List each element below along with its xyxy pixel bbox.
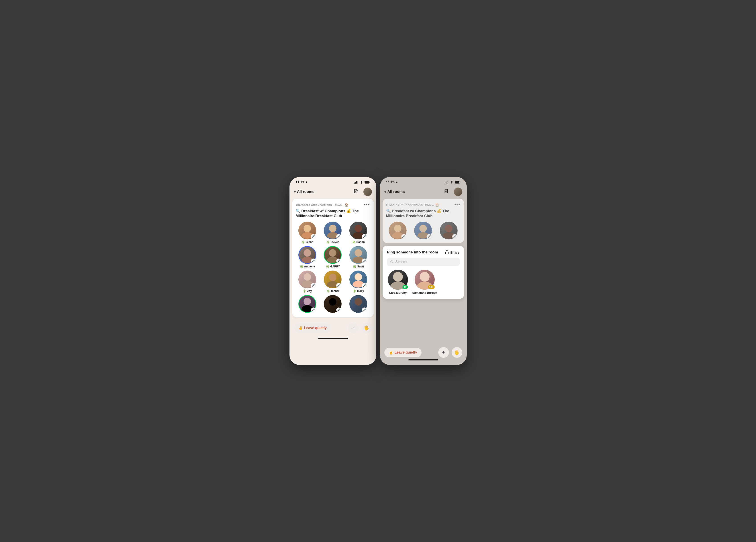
speaker-joy-name: ✳️ Joy [303, 289, 312, 293]
right-room-card: BREAKFAST WITH CHAMPIONS - MILLI... 🏠 ••… [383, 199, 464, 243]
speaker-joy-avatar-wrap: 🎤 [298, 271, 316, 288]
svg-rect-9 [446, 182, 446, 184]
speaker-glenn[interactable]: 🎤 ✳️ Glenn [296, 222, 319, 244]
speaker-name-text: Anthony [304, 265, 315, 268]
room-tag-left: BREAKFAST WITH CHAMPIONS - MILLI... 🏠 [296, 203, 348, 207]
contact-samantha[interactable]: 11h Samantha Burgett [412, 270, 437, 294]
ping-search-bar[interactable]: Search [387, 258, 460, 266]
share-button[interactable]: Share [445, 250, 460, 255]
room-tag: BREAKFAST WITH CHAMPIONS - MILLI... 🏠 ••… [386, 202, 461, 207]
speaker-darian-name: ✳️ Darian [352, 240, 365, 244]
speaker-name-text: Glenn [306, 241, 313, 244]
leave-emoji: ✌️ [298, 326, 303, 330]
speaker-scott-name: ✳️ Scott [353, 265, 364, 268]
new-badge-icon: ✳️ [352, 240, 356, 244]
speaker-right-3: 🎤 [437, 222, 461, 240]
signal-icon [354, 181, 358, 184]
speaker-name-text: Darian [356, 241, 365, 244]
right-header-icons [442, 188, 462, 196]
svg-rect-3 [357, 181, 358, 184]
svg-rect-6 [365, 181, 369, 183]
location-icon [395, 181, 398, 184]
mic-off-icon: 🎤 [452, 234, 457, 239]
right-time: 11:23 [386, 180, 398, 184]
svg-rect-2 [356, 181, 357, 184]
left-all-rooms[interactable]: ▾ All rooms [294, 190, 314, 194]
hand-raise-button-right[interactable]: 🖐 [452, 347, 462, 358]
speaker-molly-name: ✳️ Molly [353, 289, 364, 293]
contact-kara-name: Kara Murphy [389, 291, 407, 294]
contact-kara-avatar-wrap: 1h [388, 270, 408, 290]
left-header: ▾ All rooms [289, 186, 376, 199]
more-options-button[interactable]: ••• [364, 202, 370, 207]
speaker-darian[interactable]: 🎤 ✳️ Darian [347, 222, 370, 244]
speaker-glenn-avatar-wrap: 🎤 [298, 222, 316, 240]
speaker-extra3[interactable]: 🎤 [347, 295, 370, 314]
wifi-icon [450, 181, 454, 184]
svg-rect-10 [447, 181, 447, 184]
leave-quietly-button[interactable]: ✌️ Leave quietly [294, 323, 331, 333]
user-avatar[interactable] [363, 188, 372, 196]
mic-off-icon: 🎤 [311, 307, 316, 312]
right-all-rooms[interactable]: ▾ All rooms [384, 190, 405, 194]
left-header-icons [352, 188, 372, 196]
mic-off-icon: 🎤 [362, 307, 367, 312]
speaker-name-text: Scott [357, 265, 364, 268]
plus-icon: + [352, 325, 355, 331]
room-tag-text: BREAKFAST WITH CHAMPIONS - MILLI... [386, 204, 434, 206]
new-room-button[interactable] [352, 188, 360, 196]
new-badge-icon: ✳️ [303, 289, 306, 293]
chevron-down-icon: ▾ [384, 190, 386, 194]
new-room-button[interactable] [442, 188, 451, 196]
speaker-tanner-name: ✳️ Tanner [326, 289, 339, 293]
mic-off-icon: 🎤 [362, 259, 367, 264]
time-text: 11:23 [296, 180, 304, 184]
right-header: ▾ All rooms [380, 186, 467, 199]
contacts-grid: 1h Kara Murphy 11h Samantha Burgett [387, 270, 460, 294]
left-phone-screen: 11:23 [289, 177, 376, 365]
speaker-extra2[interactable]: 🎤 [321, 295, 344, 314]
speaker-tanner[interactable]: 🎤 ✳️ Tanner [321, 271, 344, 293]
mic-off-icon: 🎤 [427, 234, 432, 239]
speaker-extra1[interactable]: 🎤 [296, 295, 319, 314]
speaker-joy[interactable]: 🎤 ✳️ Joy [296, 271, 319, 293]
svg-rect-14 [455, 181, 459, 183]
wifi-icon [360, 181, 363, 184]
room-title: 🔍 Breakfast w/ Champions 💰 The Millionai… [386, 209, 461, 219]
speaker-right-1: 🎤 [386, 222, 410, 240]
more-options-button[interactable]: ••• [454, 202, 460, 207]
room-tag: BREAKFAST WITH CHAMPIONS - MILLI... 🏠 ••… [296, 202, 370, 207]
add-button[interactable]: + [348, 322, 359, 333]
speaker-steven[interactable]: 🎤 ✳️ Steven [321, 222, 344, 244]
hand-raise-button[interactable]: 🖐 [361, 322, 372, 333]
speaker-tanner-avatar-wrap: 🎤 [324, 271, 342, 288]
new-badge-icon: ✳️ [353, 265, 357, 268]
mic-off-icon: 🎤 [336, 283, 341, 288]
hand-icon-right: 🖐 [454, 350, 460, 355]
speaker-scott[interactable]: 🎤 ✳️ Scott [347, 246, 370, 268]
svg-rect-0 [354, 183, 355, 184]
leave-quietly-label: Leave quietly [304, 326, 327, 330]
speaker-anthony[interactable]: 🎤 ✳️ Anthony [296, 246, 319, 268]
user-avatar[interactable] [454, 188, 462, 196]
left-status-icons [354, 181, 370, 184]
speaker-extra2-avatar-wrap: 🎤 [324, 295, 342, 313]
new-badge-icon: ✳️ [301, 240, 305, 244]
speaker-anthony-avatar-wrap: 🎤 [298, 246, 316, 264]
room-title: 🔍 Breakfast w/ Champions 💰 The Millionai… [296, 209, 370, 219]
mic-off-icon: 🎤 [362, 283, 367, 288]
speaker-anthony-name: ✳️ Anthony [300, 265, 315, 268]
speaker-garry[interactable]: 🎤 ✳️ GARRY [321, 246, 344, 268]
right-status-icons [445, 181, 461, 184]
new-badge-icon: ✳️ [353, 289, 357, 293]
contact-kara[interactable]: 1h Kara Murphy [388, 270, 408, 294]
add-button-right[interactable]: + [438, 347, 449, 358]
location-icon [305, 181, 308, 184]
leave-quietly-button-right[interactable]: ✌️ Leave quietly [384, 348, 422, 357]
room-tag-left: BREAKFAST WITH CHAMPIONS - MILLI... 🏠 [386, 203, 439, 207]
speaker-name-text: Steven [331, 241, 339, 244]
speaker-molly[interactable]: 🎤 ✳️ Molly [347, 271, 370, 293]
all-rooms-label: All rooms [387, 190, 405, 194]
share-label: Share [450, 251, 460, 254]
speaker-garry-avatar-wrap: 🎤 [324, 246, 342, 264]
